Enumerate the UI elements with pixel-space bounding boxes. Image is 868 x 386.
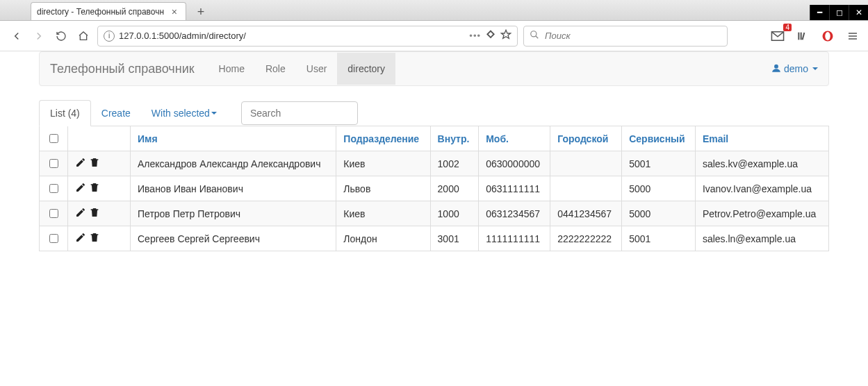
table-row: Иванов Иван ИвановичЛьвов200006311111115… (40, 176, 829, 201)
user-menu[interactable]: demo (771, 63, 818, 75)
library-icon[interactable] (794, 28, 811, 44)
cell-city: 0441234567 (550, 201, 622, 226)
browser-tab-title: directory - Телефонный справочн (37, 7, 169, 17)
cell-email: sales.ln@example.ua (695, 226, 828, 251)
home-button[interactable] (75, 28, 92, 44)
delete-icon[interactable] (89, 207, 100, 218)
svg-rect-3 (801, 32, 802, 40)
cell-name: Сергеев Сергей Сергеевич (131, 226, 336, 251)
app-brand[interactable]: Телефонный справочник (50, 62, 195, 76)
cell-email: sales.kv@example.ua (695, 151, 828, 176)
delete-icon[interactable] (89, 182, 100, 193)
col-email[interactable]: Email (695, 126, 828, 151)
with-selected-dropdown[interactable]: With selected (141, 101, 227, 126)
window-maximize-button[interactable]: ◻ (829, 5, 849, 20)
cell-mobile: 1111111111 (479, 226, 550, 251)
row-select-cell (40, 201, 68, 226)
window-minimize-button[interactable]: ━ (810, 5, 829, 20)
row-select-cell (40, 226, 68, 251)
window-controls: ━ ◻ ✕ (810, 5, 868, 20)
cell-name: Петров Петр Петрович (131, 201, 336, 226)
mail-badge: 4 (783, 24, 792, 31)
nav-link-directory[interactable]: directory (337, 53, 395, 85)
svg-point-0 (531, 31, 537, 37)
svg-point-7 (774, 64, 778, 68)
cell-dept: Киев (336, 151, 430, 176)
menu-icon[interactable] (844, 28, 861, 44)
mail-icon[interactable]: 4 (769, 28, 786, 44)
row-select-checkbox[interactable] (49, 159, 58, 168)
cell-service: 5000 (622, 201, 696, 226)
cell-ext: 2000 (430, 176, 479, 201)
col-service[interactable]: Сервисный (622, 126, 696, 151)
actions-header (68, 126, 131, 151)
create-link[interactable]: Create (91, 101, 141, 126)
row-actions-cell (68, 176, 131, 201)
cell-email: Petrov.Petro@example.ua (695, 201, 828, 226)
forward-button[interactable] (31, 28, 47, 44)
col-name[interactable]: Имя (131, 126, 336, 151)
tab-close-icon[interactable]: × (169, 6, 180, 17)
cell-city (550, 176, 622, 201)
col-dept[interactable]: Подразделение (336, 126, 430, 151)
browser-search-bar[interactable] (523, 26, 728, 47)
reload-button[interactable] (53, 28, 69, 44)
cell-mobile: 0630000000 (479, 151, 550, 176)
tab-list[interactable]: List (4) (39, 100, 91, 126)
row-select-checkbox[interactable] (49, 209, 58, 218)
row-select-checkbox[interactable] (49, 234, 58, 243)
with-selected-label: With selected (152, 108, 210, 119)
caret-down-icon (812, 67, 818, 70)
window-close-button[interactable]: ✕ (849, 5, 868, 20)
table-search-input[interactable] (241, 101, 358, 125)
edit-icon[interactable] (75, 207, 86, 218)
svg-rect-2 (798, 32, 799, 40)
browser-toolbar: i 127.0.0.1:5000/admin/directory/ ••• 4 (0, 21, 868, 51)
user-icon (771, 63, 781, 75)
svg-rect-4 (802, 32, 805, 40)
select-all-checkbox[interactable] (49, 134, 58, 143)
back-button[interactable] (8, 28, 25, 44)
cell-service: 5001 (622, 151, 696, 176)
edit-icon[interactable] (75, 182, 86, 193)
delete-icon[interactable] (89, 157, 100, 168)
search-icon (530, 30, 539, 42)
row-actions-cell (68, 226, 131, 251)
user-name: demo (784, 63, 808, 74)
row-select-cell (40, 176, 68, 201)
col-city[interactable]: Городской (550, 126, 622, 151)
row-select-checkbox[interactable] (49, 184, 58, 193)
cell-ext: 1002 (430, 151, 479, 176)
data-table: Имя Подразделение Внутр. Моб. Городской … (39, 126, 829, 251)
row-actions-cell (68, 151, 131, 176)
browser-tab-active[interactable]: directory - Телефонный справочн × (31, 2, 186, 20)
cell-email: Ivanov.Ivan@example.ua (695, 176, 828, 201)
delete-icon[interactable] (89, 232, 100, 243)
cell-ext: 1000 (430, 201, 479, 226)
cell-dept: Лондон (336, 226, 430, 251)
site-info-icon[interactable]: i (104, 31, 115, 42)
edit-icon[interactable] (75, 157, 86, 168)
bookmark-star-icon[interactable] (500, 29, 511, 42)
reader-icon[interactable] (485, 29, 496, 42)
new-tab-button[interactable]: + (190, 3, 211, 20)
browser-search-input[interactable] (543, 30, 721, 42)
cell-name: Иванов Иван Иванович (131, 176, 336, 201)
caret-down-icon (211, 112, 217, 115)
cell-city: 2222222222 (550, 226, 622, 251)
more-icon[interactable]: ••• (469, 31, 481, 41)
opera-icon[interactable] (819, 28, 836, 44)
row-select-cell (40, 151, 68, 176)
table-row: Петров Петр ПетровичКиев1000063123456704… (40, 201, 829, 226)
url-bar[interactable]: i 127.0.0.1:5000/admin/directory/ ••• (97, 26, 518, 47)
edit-icon[interactable] (75, 232, 86, 243)
cell-dept: Львов (336, 176, 430, 201)
nav-link-user[interactable]: User (296, 53, 338, 85)
cell-dept: Киев (336, 201, 430, 226)
table-row: Александров Александр АлександровичКиев1… (40, 151, 829, 176)
col-ext[interactable]: Внутр. (430, 126, 479, 151)
nav-link-role[interactable]: Role (255, 53, 296, 85)
page-content: Телефонный справочник HomeRoleUserdirect… (0, 51, 868, 251)
nav-link-home[interactable]: Home (208, 53, 255, 85)
col-mobile[interactable]: Моб. (479, 126, 550, 151)
